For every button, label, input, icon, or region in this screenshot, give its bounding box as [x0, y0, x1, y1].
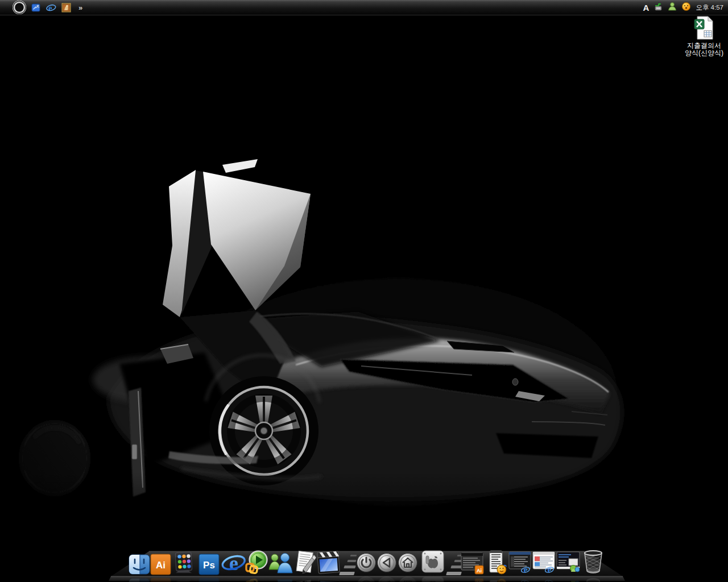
- desktop-icon-label-line2: 양식(신양식): [676, 49, 728, 57]
- home-button-icon[interactable]: [398, 552, 418, 573]
- quick-launch-area: e »: [0, 1, 82, 14]
- internet-explorer-icon[interactable]: e e: [221, 551, 247, 575]
- svg-text:Ai: Ai: [477, 568, 482, 573]
- wallpaper-car: [0, 0, 728, 582]
- svg-text:Ps: Ps: [203, 560, 215, 571]
- text-document-icon[interactable]: [293, 550, 317, 575]
- system-tray: A 오후 4:57: [643, 2, 728, 14]
- smiley-alert-icon[interactable]: [681, 2, 691, 14]
- top-menubar: e » A 오후 4:57: [0, 0, 728, 15]
- power-button-icon[interactable]: [356, 552, 377, 573]
- messenger-buddy-icon[interactable]: [668, 2, 677, 14]
- applications-stack-icon[interactable]: [172, 551, 195, 575]
- internet-explorer-icon[interactable]: e: [46, 3, 56, 13]
- trash-icon[interactable]: [581, 548, 605, 575]
- start-orb-icon[interactable]: [13, 1, 26, 14]
- excel-document-icon: [693, 16, 715, 42]
- messenger-icon[interactable]: [268, 551, 294, 575]
- movie-clapper-icon[interactable]: [316, 550, 341, 575]
- minimized-ie-window-dark[interactable]: e e: [508, 551, 532, 575]
- tray-clock[interactable]: 오후 4:57: [696, 3, 723, 12]
- finder-icon[interactable]: [129, 554, 150, 575]
- desktop-icon-excel-expense-form[interactable]: 지출결의서 양식(신양식): [676, 16, 728, 57]
- desktop-screen: e » A 오후 4:57: [0, 0, 728, 582]
- picture-viewer-icon[interactable]: [61, 3, 71, 13]
- safely-remove-hardware-icon[interactable]: [653, 2, 663, 14]
- photoshop-icon[interactable]: Ps Ps: [198, 554, 220, 575]
- ime-indicator[interactable]: A: [643, 3, 650, 12]
- minimized-illustrator-window[interactable]: Ai Ai: [461, 552, 485, 575]
- media-player-office-icon[interactable]: [244, 550, 269, 575]
- illustrator-icon[interactable]: Ai Ai: [150, 554, 171, 575]
- apple-logo-icon[interactable]: [421, 550, 445, 573]
- svg-text:Ai: Ai: [156, 560, 166, 571]
- back-button-icon[interactable]: [377, 552, 397, 573]
- minimized-media-window[interactable]: [556, 551, 581, 575]
- quick-launch-overflow-chevron[interactable]: »: [78, 3, 82, 12]
- minimized-alarm-window[interactable]: [487, 550, 507, 575]
- outlook-icon[interactable]: [31, 3, 41, 13]
- minimized-ie-window-light[interactable]: e e: [532, 551, 556, 575]
- dock: Ai Ai: [0, 541, 728, 582]
